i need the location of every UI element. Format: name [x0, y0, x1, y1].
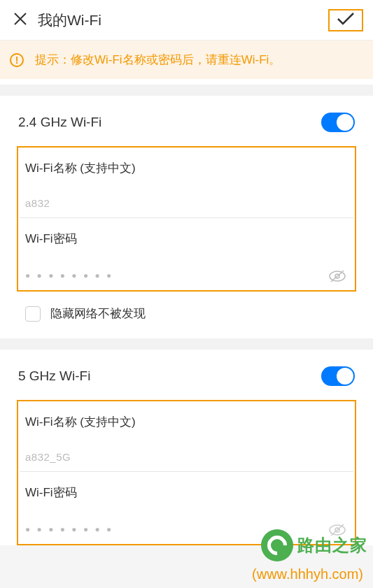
watermark-url: (www.hhhyh.com)	[252, 566, 363, 582]
tip-text: 提示：修改Wi-Fi名称或密码后，请重连Wi-Fi。	[35, 52, 281, 68]
wifi-24g-toggle[interactable]	[321, 113, 355, 132]
logo-icon	[261, 529, 293, 561]
wifi-24g-card: 2.4 GHz Wi-Fi Wi-Fi名称 (支持中文) Wi-Fi密码 ● ●…	[0, 96, 373, 338]
wifi-5g-name-label: Wi-Fi名称 (支持中文)	[20, 401, 353, 436]
wifi-5g-toggle[interactable]	[321, 366, 355, 386]
header: 我的Wi-Fi	[0, 0, 373, 41]
hide-network-row: 隐藏网络不被发现	[0, 292, 373, 338]
wifi-24g-pwd-input[interactable]: ● ● ● ● ● ● ● ●	[20, 252, 353, 290]
wifi-24g-name-label: Wi-Fi名称 (支持中文)	[20, 148, 353, 182]
wifi-5g-fields: Wi-Fi名称 (支持中文) Wi-Fi密码 ● ● ● ● ● ● ● ●	[17, 400, 356, 545]
hide-network-checkbox[interactable]	[25, 306, 41, 322]
wifi-24g-fields: Wi-Fi名称 (支持中文) Wi-Fi密码 ● ● ● ● ● ● ● ●	[17, 146, 356, 292]
hide-network-label: 隐藏网络不被发现	[50, 306, 146, 322]
spacer	[0, 85, 373, 96]
wifi-5g-pwd-label: Wi-Fi密码	[20, 472, 353, 506]
warning-icon: !	[10, 53, 24, 67]
page-title: 我的Wi-Fi	[38, 10, 328, 30]
wifi-24g-pwd-label: Wi-Fi密码	[20, 218, 353, 252]
wifi-24g-title: 2.4 GHz Wi-Fi	[18, 115, 101, 130]
check-icon	[337, 12, 355, 26]
spacer	[0, 79, 373, 85]
watermark: 路由之家	[261, 529, 367, 561]
wifi-5g-card: 5 GHz Wi-Fi Wi-Fi名称 (支持中文) Wi-Fi密码 ● ● ●…	[0, 350, 373, 545]
wifi-5g-title: 5 GHz Wi-Fi	[18, 368, 90, 384]
wifi-5g-name-input[interactable]	[20, 436, 353, 472]
watermark-text: 路由之家	[297, 534, 367, 557]
eye-off-icon[interactable]	[328, 269, 346, 287]
wifi-24g-name-input[interactable]	[20, 182, 353, 218]
confirm-button[interactable]	[328, 9, 363, 31]
tip-banner: ! 提示：修改Wi-Fi名称或密码后，请重连Wi-Fi。	[0, 41, 373, 79]
close-icon[interactable]	[10, 9, 31, 31]
spacer	[0, 338, 373, 350]
